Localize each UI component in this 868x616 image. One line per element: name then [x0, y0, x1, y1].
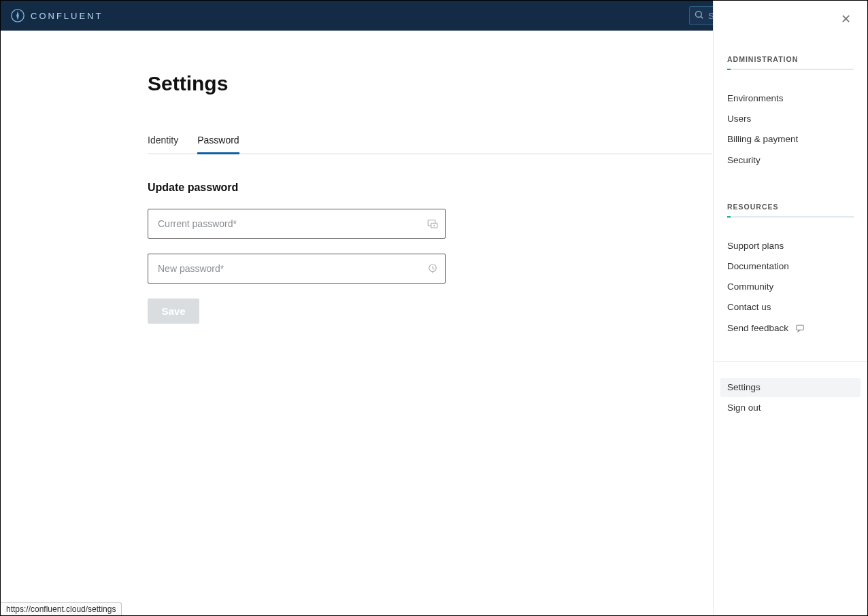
panel-link-community[interactable]: Community — [727, 277, 854, 296]
status-bar-url: https://confluent.cloud/settings — [1, 602, 122, 615]
compass-icon — [10, 8, 25, 23]
side-panel: ✕ ADMINISTRATION Environments Users Bill… — [713, 1, 867, 615]
svg-point-6 — [433, 225, 435, 226]
panel-link-signout[interactable]: Sign out — [727, 398, 854, 417]
password-manager-icon[interactable] — [427, 218, 439, 230]
panel-link-settings[interactable]: Settings — [720, 378, 861, 397]
svg-point-2 — [696, 11, 702, 17]
panel-bottom: Settings Sign out — [714, 361, 867, 417]
panel-section-resources-title: RESOURCES — [727, 203, 854, 211]
svg-line-3 — [701, 16, 703, 18]
tab-password[interactable]: Password — [197, 135, 239, 154]
panel-link-feedback[interactable]: Send feedback — [727, 319, 854, 338]
section-heading: Update password — [148, 182, 713, 194]
divider — [727, 69, 854, 70]
current-password-input[interactable] — [148, 209, 446, 239]
new-password-input[interactable] — [148, 254, 446, 284]
search-icon — [694, 10, 704, 22]
panel-link-docs[interactable]: Documentation — [727, 257, 854, 276]
save-button[interactable]: Save — [148, 298, 199, 324]
password-suggest-icon[interactable] — [427, 262, 439, 275]
chat-icon — [795, 324, 805, 333]
brand-logo[interactable]: CONFLUENT — [10, 8, 103, 23]
brand-name: CONFLUENT — [31, 11, 103, 21]
panel-link-billing[interactable]: Billing & payment — [727, 130, 854, 149]
svg-rect-9 — [797, 325, 804, 330]
divider — [727, 216, 854, 218]
panel-link-environments[interactable]: Environments — [727, 89, 854, 108]
panel-link-contact[interactable]: Contact us — [727, 298, 854, 317]
tabs: Identity Password — [148, 133, 712, 154]
panel-section-admin-title: ADMINISTRATION — [727, 55, 854, 63]
svg-marker-1 — [16, 12, 19, 20]
panel-link-users[interactable]: Users — [727, 109, 854, 129]
main-content: Settings Identity Password Update passwo… — [1, 31, 713, 615]
panel-link-security[interactable]: Security — [727, 151, 854, 170]
close-icon[interactable]: ✕ — [841, 13, 851, 25]
panel-link-label: Send feedback — [727, 323, 788, 334]
page-title: Settings — [148, 72, 713, 95]
tab-identity[interactable]: Identity — [148, 135, 178, 154]
panel-link-support[interactable]: Support plans — [727, 237, 854, 256]
